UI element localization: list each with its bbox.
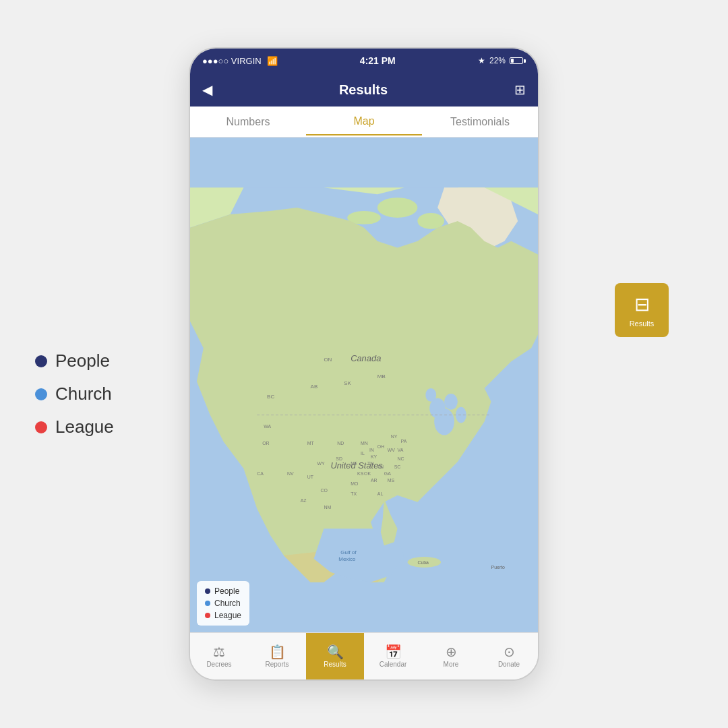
outside-legend-league: League xyxy=(35,417,114,437)
svg-text:TN: TN xyxy=(367,461,373,466)
svg-text:AB: AB xyxy=(311,384,318,390)
bottom-tab-bar: ⚖ Decrees 📋 Reports 🔍 Results 📅 Calendar… xyxy=(190,632,538,679)
svg-text:AZ: AZ xyxy=(301,498,307,503)
svg-text:AL: AL xyxy=(377,491,384,496)
svg-text:MB: MB xyxy=(377,373,386,380)
svg-text:MT: MT xyxy=(307,441,315,446)
map-view: Northwestern Passages Hudson Bay Canada … xyxy=(190,138,538,632)
svg-text:OH: OH xyxy=(377,444,384,449)
svg-text:Puerto: Puerto xyxy=(491,565,506,570)
tab-testimonials[interactable]: Testimonials xyxy=(422,109,538,135)
people-dot-map xyxy=(205,588,210,594)
reports-label: Reports xyxy=(265,661,289,668)
donate-label: Donate xyxy=(498,661,520,668)
svg-text:SK: SK xyxy=(344,380,351,386)
svg-text:AR: AR xyxy=(371,478,377,483)
results-icon: 🔍 xyxy=(327,645,344,659)
more-label: More xyxy=(444,661,459,668)
svg-text:NM: NM xyxy=(324,505,331,510)
bluetooth-icon: ★ xyxy=(478,56,485,65)
results-label: Results xyxy=(324,661,346,668)
back-button[interactable]: ◀ xyxy=(202,82,212,98)
tab-donate[interactable]: ⊙ Donate xyxy=(480,633,538,679)
decrees-icon: ⚖ xyxy=(213,645,225,659)
svg-text:GA: GA xyxy=(384,471,391,476)
outside-legend: People Church League xyxy=(35,351,114,437)
results-float-label: Results xyxy=(630,320,655,328)
svg-text:CA: CA xyxy=(257,471,264,476)
svg-text:WY: WY xyxy=(317,461,326,466)
nav-title: Results xyxy=(339,82,388,98)
svg-text:IN: IN xyxy=(369,448,374,452)
svg-text:SC: SC xyxy=(394,464,401,469)
svg-text:NC: NC xyxy=(398,456,404,461)
svg-text:WA: WA xyxy=(264,425,271,429)
wifi-icon: 📶 xyxy=(267,56,278,66)
svg-text:MO: MO xyxy=(351,481,359,486)
phone-frame: ●●●○○ VIRGIN 📶 4:21 PM ★ 22% ◀ Results ⊞… xyxy=(189,47,539,681)
status-battery-area: ★ 22% xyxy=(478,56,526,65)
svg-text:BC: BC xyxy=(267,394,274,400)
people-label: People xyxy=(55,351,110,371)
svg-text:Canada: Canada xyxy=(351,353,381,363)
league-dot-map xyxy=(205,613,210,618)
svg-text:WV: WV xyxy=(388,448,396,452)
svg-text:ND: ND xyxy=(337,441,344,446)
svg-text:OR: OR xyxy=(262,441,269,446)
svg-text:TN: TN xyxy=(377,464,384,469)
church-label-map: Church xyxy=(214,599,241,608)
svg-point-1 xyxy=(377,198,418,218)
more-icon: ⊕ xyxy=(446,645,457,659)
decrees-label: Decrees xyxy=(206,661,231,668)
tab-map[interactable]: Map xyxy=(306,109,422,135)
svg-text:NE: NE xyxy=(351,461,357,466)
svg-text:IL: IL xyxy=(361,451,365,456)
battery-icon xyxy=(510,57,526,64)
donate-icon: ⊙ xyxy=(504,645,515,659)
map-legend: People Church League xyxy=(197,581,249,626)
menu-icon[interactable]: ⊞ xyxy=(514,82,526,98)
tab-results[interactable]: 🔍 Results xyxy=(306,633,364,679)
svg-text:Gulf of: Gulf of xyxy=(340,549,357,555)
tab-numbers[interactable]: Numbers xyxy=(190,109,306,135)
svg-text:VA: VA xyxy=(398,448,404,452)
svg-text:ON: ON xyxy=(324,357,332,363)
people-dot xyxy=(35,355,47,367)
tab-more[interactable]: ⊕ More xyxy=(422,633,480,679)
status-carrier: ●●●○○ VIRGIN 📶 xyxy=(202,56,278,66)
legend-church: Church xyxy=(205,599,241,608)
svg-text:TX: TX xyxy=(351,491,357,496)
svg-text:Mexico: Mexico xyxy=(338,556,356,562)
svg-text:KS: KS xyxy=(357,471,364,476)
svg-text:KY: KY xyxy=(371,454,377,459)
svg-text:NV: NV xyxy=(287,471,294,476)
reports-icon: 📋 xyxy=(269,645,286,659)
nav-bar: ◀ Results ⊞ xyxy=(190,73,538,107)
league-label-map: League xyxy=(214,611,241,620)
league-label: League xyxy=(55,417,114,437)
status-time: 4:21 PM xyxy=(360,55,396,66)
tab-reports[interactable]: 📋 Reports xyxy=(248,633,306,679)
svg-text:CO: CO xyxy=(321,488,328,493)
tab-decrees[interactable]: ⚖ Decrees xyxy=(190,633,248,679)
church-label: Church xyxy=(55,384,112,404)
svg-text:OK: OK xyxy=(364,471,371,476)
church-dot-map xyxy=(205,601,210,606)
results-float-icon: ⊟ xyxy=(634,293,650,315)
status-bar: ●●●○○ VIRGIN 📶 4:21 PM ★ 22% xyxy=(190,49,538,73)
tab-row: Numbers Map Testimonials xyxy=(190,107,538,138)
svg-text:MN: MN xyxy=(361,441,368,446)
results-float-button[interactable]: ⊟ Results xyxy=(615,283,669,337)
svg-text:Cuba: Cuba xyxy=(417,560,429,565)
church-dot xyxy=(35,388,47,400)
outside-legend-church: Church xyxy=(35,384,114,404)
svg-point-10 xyxy=(425,388,436,402)
svg-text:UT: UT xyxy=(307,475,314,479)
svg-point-9 xyxy=(444,394,458,410)
people-label-map: People xyxy=(214,586,239,596)
calendar-icon: 📅 xyxy=(385,645,402,659)
legend-people: People xyxy=(205,586,241,596)
calendar-label: Calendar xyxy=(380,661,407,668)
svg-text:MS: MS xyxy=(388,478,395,483)
tab-calendar[interactable]: 📅 Calendar xyxy=(364,633,422,679)
